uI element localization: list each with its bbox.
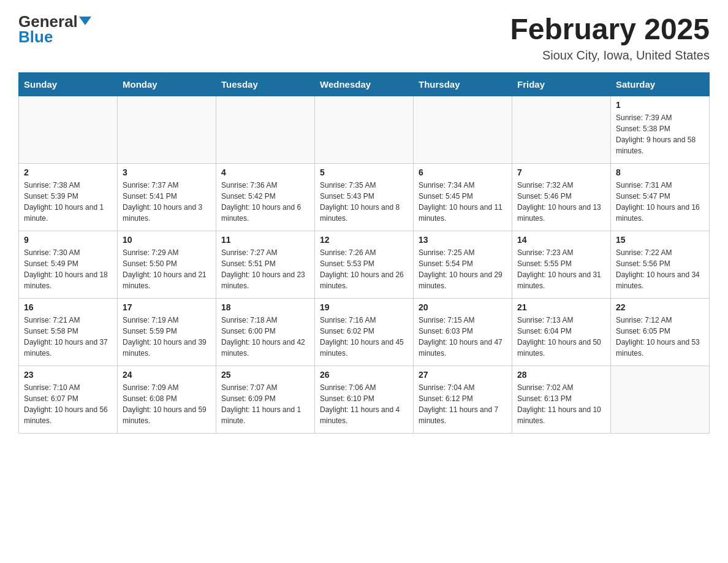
calendar-cell: 12Sunrise: 7:26 AM Sunset: 5:53 PM Dayli… (315, 231, 414, 299)
calendar-cell: 22Sunrise: 7:12 AM Sunset: 6:05 PM Dayli… (611, 299, 710, 366)
calendar-cell (19, 96, 118, 164)
page-header: General Blue February 2025 Sioux City, I… (18, 12, 710, 63)
calendar-cell (118, 96, 216, 164)
calendar-cell (315, 96, 414, 164)
day-number: 21 (517, 302, 605, 312)
calendar-table: SundayMondayTuesdayWednesdayThursdayFrid… (18, 72, 710, 434)
day-number: 24 (123, 370, 211, 380)
calendar-cell: 15Sunrise: 7:22 AM Sunset: 5:56 PM Dayli… (611, 231, 710, 299)
calendar-body: 1Sunrise: 7:39 AM Sunset: 5:38 PM Daylig… (19, 96, 710, 434)
calendar-cell: 11Sunrise: 7:27 AM Sunset: 5:51 PM Dayli… (216, 231, 315, 299)
day-info: Sunrise: 7:21 AM Sunset: 5:58 PM Dayligh… (24, 315, 112, 359)
calendar-week-5: 23Sunrise: 7:10 AM Sunset: 6:07 PM Dayli… (19, 366, 710, 434)
calendar-cell: 26Sunrise: 7:06 AM Sunset: 6:10 PM Dayli… (315, 366, 414, 434)
weekday-header-tuesday: Tuesday (216, 73, 315, 96)
day-info: Sunrise: 7:12 AM Sunset: 6:05 PM Dayligh… (616, 315, 704, 359)
day-info: Sunrise: 7:36 AM Sunset: 5:42 PM Dayligh… (221, 180, 309, 224)
day-number: 14 (517, 235, 605, 245)
day-info: Sunrise: 7:02 AM Sunset: 6:13 PM Dayligh… (517, 382, 605, 426)
calendar-cell: 17Sunrise: 7:19 AM Sunset: 5:59 PM Dayli… (118, 299, 216, 366)
day-number: 6 (419, 167, 507, 177)
day-info: Sunrise: 7:38 AM Sunset: 5:39 PM Dayligh… (24, 180, 112, 224)
weekday-header-friday: Friday (512, 73, 611, 96)
calendar-cell: 13Sunrise: 7:25 AM Sunset: 5:54 PM Dayli… (414, 231, 512, 299)
calendar-cell: 24Sunrise: 7:09 AM Sunset: 6:08 PM Dayli… (118, 366, 216, 434)
day-info: Sunrise: 7:10 AM Sunset: 6:07 PM Dayligh… (24, 382, 112, 426)
day-number: 15 (616, 235, 704, 245)
calendar-week-1: 1Sunrise: 7:39 AM Sunset: 5:38 PM Daylig… (19, 96, 710, 164)
calendar-cell: 6Sunrise: 7:34 AM Sunset: 5:45 PM Daylig… (414, 164, 512, 231)
calendar-cell: 8Sunrise: 7:31 AM Sunset: 5:47 PM Daylig… (611, 164, 710, 231)
day-number: 8 (616, 167, 704, 177)
day-info: Sunrise: 7:37 AM Sunset: 5:41 PM Dayligh… (123, 180, 211, 224)
day-info: Sunrise: 7:26 AM Sunset: 5:53 PM Dayligh… (320, 247, 408, 291)
day-number: 3 (123, 167, 211, 177)
day-number: 7 (517, 167, 605, 177)
calendar-cell: 18Sunrise: 7:18 AM Sunset: 6:00 PM Dayli… (216, 299, 315, 366)
calendar-cell: 10Sunrise: 7:29 AM Sunset: 5:50 PM Dayli… (118, 231, 216, 299)
day-number: 5 (320, 167, 408, 177)
calendar-cell: 27Sunrise: 7:04 AM Sunset: 6:12 PM Dayli… (414, 366, 512, 434)
day-number: 23 (24, 370, 112, 380)
day-info: Sunrise: 7:04 AM Sunset: 6:12 PM Dayligh… (419, 382, 507, 426)
day-info: Sunrise: 7:35 AM Sunset: 5:43 PM Dayligh… (320, 180, 408, 224)
day-number: 19 (320, 302, 408, 312)
day-number: 13 (419, 235, 507, 245)
day-info: Sunrise: 7:30 AM Sunset: 5:49 PM Dayligh… (24, 247, 112, 291)
title-area: February 2025 Sioux City, Iowa, United S… (510, 12, 710, 63)
day-info: Sunrise: 7:34 AM Sunset: 5:45 PM Dayligh… (419, 180, 507, 224)
calendar-cell: 4Sunrise: 7:36 AM Sunset: 5:42 PM Daylig… (216, 164, 315, 231)
calendar-cell: 19Sunrise: 7:16 AM Sunset: 6:02 PM Dayli… (315, 299, 414, 366)
calendar-cell (216, 96, 315, 164)
calendar-cell: 3Sunrise: 7:37 AM Sunset: 5:41 PM Daylig… (118, 164, 216, 231)
day-info: Sunrise: 7:25 AM Sunset: 5:54 PM Dayligh… (419, 247, 507, 291)
calendar-cell (414, 96, 512, 164)
day-info: Sunrise: 7:31 AM Sunset: 5:47 PM Dayligh… (616, 180, 704, 224)
day-info: Sunrise: 7:27 AM Sunset: 5:51 PM Dayligh… (221, 247, 309, 291)
day-info: Sunrise: 7:07 AM Sunset: 6:09 PM Dayligh… (221, 382, 309, 426)
weekday-header-thursday: Thursday (414, 73, 512, 96)
calendar-header: SundayMondayTuesdayWednesdayThursdayFrid… (19, 73, 710, 96)
location-title: Sioux City, Iowa, United States (510, 48, 710, 63)
calendar-cell: 20Sunrise: 7:15 AM Sunset: 6:03 PM Dayli… (414, 299, 512, 366)
weekday-header-sunday: Sunday (19, 73, 118, 96)
day-number: 27 (419, 370, 507, 380)
calendar-cell (512, 96, 611, 164)
day-number: 18 (221, 302, 309, 312)
day-number: 9 (24, 235, 112, 245)
weekday-header-wednesday: Wednesday (315, 73, 414, 96)
calendar-cell: 16Sunrise: 7:21 AM Sunset: 5:58 PM Dayli… (19, 299, 118, 366)
day-number: 25 (221, 370, 309, 380)
calendar-cell: 5Sunrise: 7:35 AM Sunset: 5:43 PM Daylig… (315, 164, 414, 231)
day-info: Sunrise: 7:22 AM Sunset: 5:56 PM Dayligh… (616, 247, 704, 291)
calendar-cell: 21Sunrise: 7:13 AM Sunset: 6:04 PM Dayli… (512, 299, 611, 366)
calendar-cell: 9Sunrise: 7:30 AM Sunset: 5:49 PM Daylig… (19, 231, 118, 299)
day-info: Sunrise: 7:19 AM Sunset: 5:59 PM Dayligh… (123, 315, 211, 359)
calendar-week-3: 9Sunrise: 7:30 AM Sunset: 5:49 PM Daylig… (19, 231, 710, 299)
day-info: Sunrise: 7:09 AM Sunset: 6:08 PM Dayligh… (123, 382, 211, 426)
calendar-cell: 23Sunrise: 7:10 AM Sunset: 6:07 PM Dayli… (19, 366, 118, 434)
weekday-header-saturday: Saturday (611, 73, 710, 96)
weekday-header-row: SundayMondayTuesdayWednesdayThursdayFrid… (19, 73, 710, 96)
day-info: Sunrise: 7:16 AM Sunset: 6:02 PM Dayligh… (320, 315, 408, 359)
day-number: 17 (123, 302, 211, 312)
day-info: Sunrise: 7:29 AM Sunset: 5:50 PM Dayligh… (123, 247, 211, 291)
day-info: Sunrise: 7:23 AM Sunset: 5:55 PM Dayligh… (517, 247, 605, 291)
logo-blue: Blue (18, 28, 53, 47)
day-info: Sunrise: 7:32 AM Sunset: 5:46 PM Dayligh… (517, 180, 605, 224)
day-number: 12 (320, 235, 408, 245)
logo-triangle-icon (79, 17, 91, 25)
calendar-week-2: 2Sunrise: 7:38 AM Sunset: 5:39 PM Daylig… (19, 164, 710, 231)
calendar-cell: 2Sunrise: 7:38 AM Sunset: 5:39 PM Daylig… (19, 164, 118, 231)
day-info: Sunrise: 7:15 AM Sunset: 6:03 PM Dayligh… (419, 315, 507, 359)
calendar-week-4: 16Sunrise: 7:21 AM Sunset: 5:58 PM Dayli… (19, 299, 710, 366)
logo: General Blue (18, 12, 93, 47)
day-info: Sunrise: 7:13 AM Sunset: 6:04 PM Dayligh… (517, 315, 605, 359)
month-title: February 2025 (510, 12, 710, 46)
calendar-cell: 28Sunrise: 7:02 AM Sunset: 6:13 PM Dayli… (512, 366, 611, 434)
day-number: 4 (221, 167, 309, 177)
day-number: 16 (24, 302, 112, 312)
day-number: 2 (24, 167, 112, 177)
day-info: Sunrise: 7:06 AM Sunset: 6:10 PM Dayligh… (320, 382, 408, 426)
calendar-cell: 1Sunrise: 7:39 AM Sunset: 5:38 PM Daylig… (611, 96, 710, 164)
